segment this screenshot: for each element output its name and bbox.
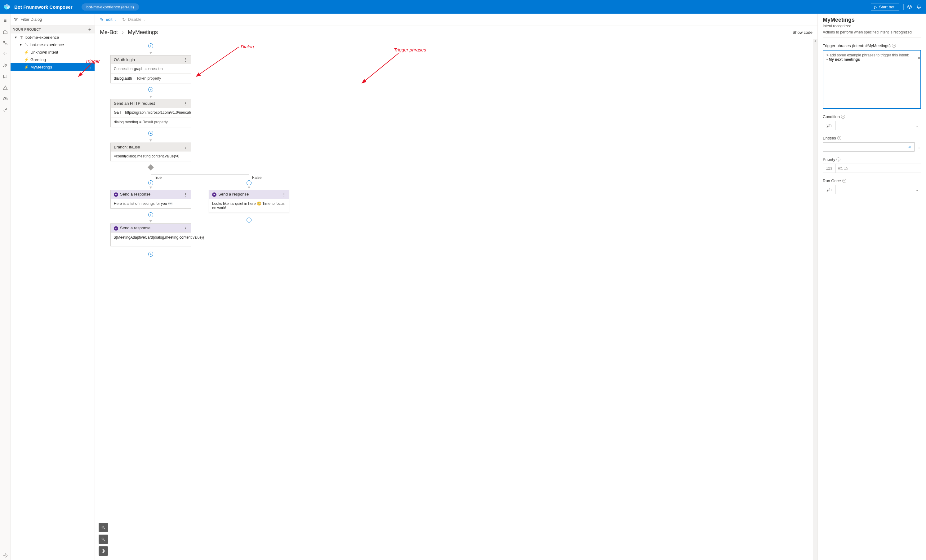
settings-nav-icon[interactable] bbox=[1, 106, 10, 115]
canvas-scroll[interactable]: + OAuth login ⋮ Connection graph-connect… bbox=[95, 39, 817, 560]
flow-node-http[interactable]: Send an HTTP request ⋮ GET https://graph… bbox=[110, 99, 191, 127]
node-body: ${MeetingAdaptiveCard(dialog.meeting.con… bbox=[111, 232, 191, 246]
bot-icon: ◫ bbox=[19, 35, 24, 40]
publish-icon[interactable] bbox=[1, 94, 10, 104]
scrollbar[interactable] bbox=[918, 57, 920, 59]
help-icon[interactable]: ? bbox=[837, 136, 841, 140]
diagnostics-icon[interactable] bbox=[1, 83, 10, 92]
show-code-toggle[interactable]: Show code bbox=[793, 30, 813, 35]
add-action-button[interactable]: + bbox=[148, 180, 153, 185]
lightning-icon: ⚡ bbox=[24, 57, 29, 62]
field-label: Priority bbox=[823, 157, 835, 162]
more-icon[interactable]: ⋮ bbox=[184, 57, 188, 62]
more-icon[interactable]: ⋮ bbox=[184, 226, 188, 231]
breadcrumb-item[interactable]: Me-Bot bbox=[100, 29, 118, 35]
zoom-out-button[interactable] bbox=[98, 534, 108, 544]
add-action-button[interactable]: + bbox=[247, 217, 251, 222]
help-icon[interactable]: ? bbox=[841, 115, 845, 119]
add-action-button[interactable]: + bbox=[148, 252, 153, 257]
flow-node-response-true[interactable]: ✦Send a response ⋮ Here is a list of mee… bbox=[110, 190, 191, 208]
node-title: Send a response bbox=[120, 192, 150, 196]
flow-node-response-card[interactable]: ✦Send a response ⋮ ${MeetingAdaptiveCard… bbox=[110, 223, 191, 246]
input-prefix[interactable]: 123 bbox=[823, 164, 835, 173]
hamburger-icon[interactable]: ≡ bbox=[1, 16, 10, 26]
add-action-button[interactable]: + bbox=[148, 131, 153, 136]
node-title: Branch: If/Else bbox=[114, 145, 140, 149]
scrollbar[interactable]: ▲ bbox=[813, 39, 817, 560]
help-icon[interactable]: ? bbox=[837, 157, 840, 162]
tree-root-label: bot-me-experience bbox=[26, 35, 59, 40]
left-rail: ≡ bbox=[0, 14, 11, 560]
svg-point-13 bbox=[102, 549, 104, 552]
filter-dialog[interactable]: Filter Dialog bbox=[11, 14, 95, 26]
svg-point-5 bbox=[4, 110, 5, 111]
edit-button[interactable]: ✎ Edit ⌄ bbox=[100, 17, 117, 22]
node-body: =count(dialog.meeting.content.value)>0 bbox=[111, 151, 191, 161]
svg-point-4 bbox=[6, 65, 6, 65]
branch-label-true: True bbox=[154, 175, 162, 180]
help-icon[interactable]: ? bbox=[842, 179, 846, 183]
user-input-icon[interactable] bbox=[1, 61, 10, 70]
package-icon[interactable] bbox=[905, 2, 914, 12]
tree-root[interactable]: ▼ ◫ bot-me-experience bbox=[11, 33, 95, 41]
add-action-button[interactable]: + bbox=[148, 44, 153, 48]
branch-label-false: False bbox=[252, 175, 262, 180]
properties-pane: MyMeetings Intent recognized Actions to … bbox=[817, 14, 926, 560]
add-action-button[interactable]: + bbox=[148, 212, 153, 217]
lightning-icon: ⚡ bbox=[24, 65, 29, 69]
more-icon[interactable]: ⋮ bbox=[282, 192, 286, 197]
tree-trigger-unknown[interactable]: ⚡ Unknown intent bbox=[11, 48, 95, 56]
flow-node-response-false[interactable]: ✦Send a response ⋮ Looks like it's quiet… bbox=[209, 190, 289, 213]
add-icon[interactable]: ＋ bbox=[88, 27, 92, 33]
main-area: ≡ Filter Dialog YOUR PROJECT ＋ ▼ ◫ bot-m… bbox=[0, 14, 926, 560]
recenter-button[interactable] bbox=[98, 546, 108, 555]
help-icon[interactable]: ? bbox=[892, 44, 896, 48]
qna-icon[interactable] bbox=[1, 72, 10, 81]
tree-trigger-mymeetings[interactable]: ⚡ MyMeetings ⋮ bbox=[11, 63, 95, 71]
flow-node-branch[interactable]: Branch: If/Else ⋮ =count(dialog.meeting.… bbox=[110, 143, 191, 161]
condition-input[interactable]: ⌄ bbox=[835, 121, 921, 130]
gear-icon[interactable] bbox=[1, 551, 10, 560]
chevron-down-icon: ⌄ bbox=[916, 188, 918, 192]
bot-responses-icon[interactable] bbox=[1, 50, 10, 59]
entities-field: Entities ? ↵ ⋮ bbox=[823, 136, 921, 151]
disable-button[interactable]: ↻ Disable ⌄ bbox=[122, 17, 145, 22]
add-action-button[interactable]: + bbox=[148, 87, 153, 92]
chevron-right-icon: › bbox=[122, 29, 124, 35]
node-body-text: ${MeetingAdaptiveCard(dialog.meeting.con… bbox=[114, 235, 204, 244]
flow-node-oauth[interactable]: OAuth login ⋮ Connection graph-connectio… bbox=[110, 55, 191, 83]
node-header: ✦Send a response ⋮ bbox=[111, 190, 191, 199]
more-icon[interactable]: ⋮ bbox=[184, 145, 188, 149]
more-icon[interactable]: ⋮ bbox=[184, 101, 188, 106]
add-action-button[interactable]: + bbox=[247, 180, 251, 185]
start-bot-button[interactable]: ▷ Start bot bbox=[871, 3, 899, 11]
filter-label: Filter Dialog bbox=[20, 17, 42, 22]
entities-input[interactable]: ↵ bbox=[823, 142, 914, 151]
input-prefix[interactable]: y/n bbox=[823, 185, 835, 194]
app-title: Bot Framework Composer bbox=[14, 5, 73, 10]
more-icon[interactable]: ⋮ bbox=[89, 65, 93, 69]
input-prefix[interactable]: y/n bbox=[823, 121, 835, 130]
node-title: Send a response bbox=[120, 226, 150, 230]
bell-icon[interactable] bbox=[914, 2, 923, 12]
trigger-phrases-textarea[interactable]: > add some example phrases to trigger th… bbox=[823, 50, 921, 109]
more-icon[interactable]: ⋮ bbox=[184, 192, 188, 197]
tree-dialog[interactable]: ▼ bot-me-experience bbox=[11, 41, 95, 48]
home-icon[interactable] bbox=[1, 27, 10, 36]
svg-point-12 bbox=[103, 550, 104, 552]
node-header: ✦Send a response ⋮ bbox=[209, 190, 289, 199]
lightning-icon: ⚡ bbox=[24, 50, 29, 54]
runonce-field: Run Once ? y/n ⌄ bbox=[823, 178, 921, 194]
node-header: Branch: If/Else ⋮ bbox=[111, 143, 191, 151]
bot-name-chip[interactable]: bot-me-experience (en-us) bbox=[82, 3, 139, 11]
priority-input[interactable]: ex. 15 bbox=[835, 164, 921, 173]
dialog-icon bbox=[24, 43, 29, 47]
node-title: Send an HTTP request bbox=[114, 101, 155, 106]
runonce-input[interactable]: ⌄ bbox=[835, 185, 921, 194]
design-icon[interactable] bbox=[1, 38, 10, 48]
more-icon[interactable]: ⋮ bbox=[917, 145, 921, 149]
tree-trigger-greeting[interactable]: ⚡ Greeting bbox=[11, 56, 95, 63]
zoom-in-button[interactable] bbox=[98, 523, 108, 532]
field-label: Trigger phrases (intent: #MyMeetings) bbox=[823, 44, 891, 48]
tree-trigger-label: Greeting bbox=[30, 57, 46, 62]
